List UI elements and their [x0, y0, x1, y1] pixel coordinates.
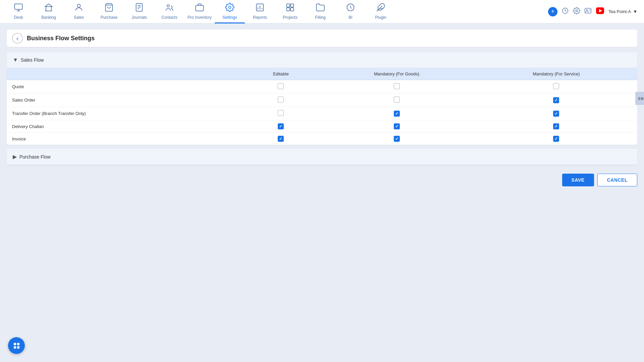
settings-icon [225, 3, 234, 14]
col-header-mandatory-goods: Mandatory (For Goods) [318, 68, 475, 80]
pro-inventory-icon [195, 3, 204, 14]
nav-item-desk[interactable]: Desk [3, 0, 34, 23]
options-tab[interactable]: OPTIONS [636, 92, 644, 105]
filling-icon [316, 3, 325, 14]
nav-item-contacts[interactable]: Contacts [154, 0, 184, 23]
nav-item-banking[interactable]: Banking [34, 0, 64, 23]
nav-item-projects[interactable]: Projects [275, 0, 305, 23]
table-row: Invoice [7, 133, 637, 145]
purchase-flow-header[interactable]: ▶ Purchase Flow [7, 149, 637, 165]
top-navigation: Desk Banking Sales Purchase Journals [0, 0, 644, 23]
desk-icon [14, 3, 23, 14]
checkbox-mandatory_service-3[interactable] [553, 123, 559, 129]
sales-flow-chevron-icon: ▼ [13, 57, 18, 63]
apps-button[interactable] [8, 337, 25, 354]
back-button[interactable]: ‹ [12, 33, 23, 44]
checkbox-cell-mandatory_goods [318, 133, 475, 145]
nav-item-bi[interactable]: BI [335, 0, 366, 23]
banking-icon [44, 3, 53, 14]
checkbox-editable-1[interactable] [278, 97, 284, 103]
add-button[interactable]: + [548, 7, 557, 16]
user-menu[interactable]: Tea Point-A ▼ [608, 9, 637, 14]
youtube-icon[interactable] [596, 7, 604, 16]
col-header-mandatory-service: Mandatory (For Service) [475, 68, 637, 80]
nav-label-bi: BI [348, 15, 352, 20]
checkbox-cell-mandatory_service [475, 120, 637, 133]
checkbox-mandatory_goods-4[interactable] [394, 136, 400, 142]
checkbox-mandatory_service-2[interactable] [553, 111, 559, 117]
checkbox-mandatory_goods-1[interactable] [394, 97, 400, 103]
svg-rect-15 [290, 4, 293, 7]
nav-label-plugin: Plugin [375, 15, 386, 20]
row-label: Sales Order [7, 94, 244, 107]
projects-icon [285, 3, 295, 14]
row-label: Delivery Challan [7, 120, 244, 133]
nav-label-banking: Banking [41, 15, 56, 20]
nav-label-pro-inventory: Pro Inventory [187, 15, 211, 20]
svg-rect-8 [196, 5, 203, 11]
svg-point-9 [229, 6, 231, 8]
checkbox-editable-2[interactable] [278, 110, 284, 116]
nav-item-plugin[interactable]: Plugin [366, 0, 396, 23]
checkbox-editable-3[interactable] [278, 123, 284, 129]
row-label: Transfer Order (Branch Transfer Only) [7, 107, 244, 120]
nav-item-purchase[interactable]: Purchase [94, 0, 124, 23]
checkbox-editable-0[interactable] [278, 83, 284, 89]
svg-rect-3 [136, 3, 143, 11]
checkbox-mandatory_service-1[interactable] [553, 97, 559, 103]
apps-grid-icon [14, 343, 19, 349]
action-buttons: SAVE CANCEL [7, 169, 637, 188]
save-button[interactable]: SAVE [562, 174, 594, 186]
top-right-actions: + Tea Point-A ▼ [548, 7, 641, 16]
checkbox-mandatory_goods-0[interactable] [394, 83, 400, 89]
refresh-icon[interactable] [561, 7, 569, 16]
svg-point-22 [576, 10, 578, 12]
user-name: Tea Point-A [608, 9, 631, 14]
checkbox-mandatory_service-4[interactable] [553, 136, 559, 142]
nav-item-journals[interactable]: Journals [124, 0, 154, 23]
plugin-icon [376, 3, 385, 14]
checkbox-editable-4[interactable] [278, 136, 284, 142]
checkbox-cell-editable [244, 120, 318, 133]
checkbox-cell-mandatory_goods [318, 80, 475, 94]
checkbox-cell-editable [244, 80, 318, 94]
page-header: ‹ Business Flow Settings [7, 29, 637, 47]
table-row: Delivery Challan [7, 120, 637, 133]
svg-rect-0 [14, 4, 22, 9]
sales-flow-table-wrapper: Editable Mandatory (For Goods) Mandatory… [7, 68, 637, 145]
nav-label-desk: Desk [14, 15, 23, 20]
row-label: Quote [7, 80, 244, 94]
page-title: Business Flow Settings [27, 35, 95, 42]
checkbox-cell-editable [244, 133, 318, 145]
purchase-icon [104, 3, 114, 14]
nav-item-sales[interactable]: Sales [64, 0, 94, 23]
table-row: Sales Order [7, 94, 637, 107]
row-label: Invoice [7, 133, 244, 145]
chevron-down-icon: ▼ [633, 9, 637, 14]
settings-gear-icon[interactable] [573, 7, 580, 16]
sales-flow-section: ▼ Sales Flow Editable Mandatory (For Goo… [7, 52, 637, 145]
purchase-flow-section: ▶ Purchase Flow [7, 149, 637, 165]
sales-flow-label: Sales Flow [21, 57, 44, 63]
checkbox-cell-mandatory_service [475, 94, 637, 107]
svg-point-24 [586, 9, 588, 11]
checkbox-cell-mandatory_goods [318, 107, 475, 120]
user-card-icon[interactable] [584, 7, 592, 16]
checkbox-cell-mandatory_service [475, 80, 637, 94]
nav-item-pro-inventory[interactable]: Pro Inventory [184, 0, 215, 23]
svg-point-7 [167, 4, 169, 7]
nav-item-reports[interactable]: Reports [245, 0, 275, 23]
checkbox-mandatory_service-0[interactable] [553, 83, 559, 89]
sales-flow-header[interactable]: ▼ Sales Flow [7, 52, 637, 68]
nav-item-filling[interactable]: Filling [305, 0, 335, 23]
svg-point-1 [77, 4, 80, 7]
checkbox-mandatory_goods-3[interactable] [394, 123, 400, 129]
nav-label-settings: Settings [222, 15, 237, 20]
nav-label-journals: Journals [131, 15, 147, 20]
nav-label-projects: Projects [283, 15, 297, 20]
purchase-flow-label: Purchase Flow [19, 154, 51, 160]
checkbox-mandatory_goods-2[interactable] [394, 111, 400, 117]
cancel-button[interactable]: CANCEL [597, 174, 637, 186]
checkbox-cell-mandatory_service [475, 133, 637, 145]
nav-item-settings[interactable]: Settings [215, 0, 245, 23]
